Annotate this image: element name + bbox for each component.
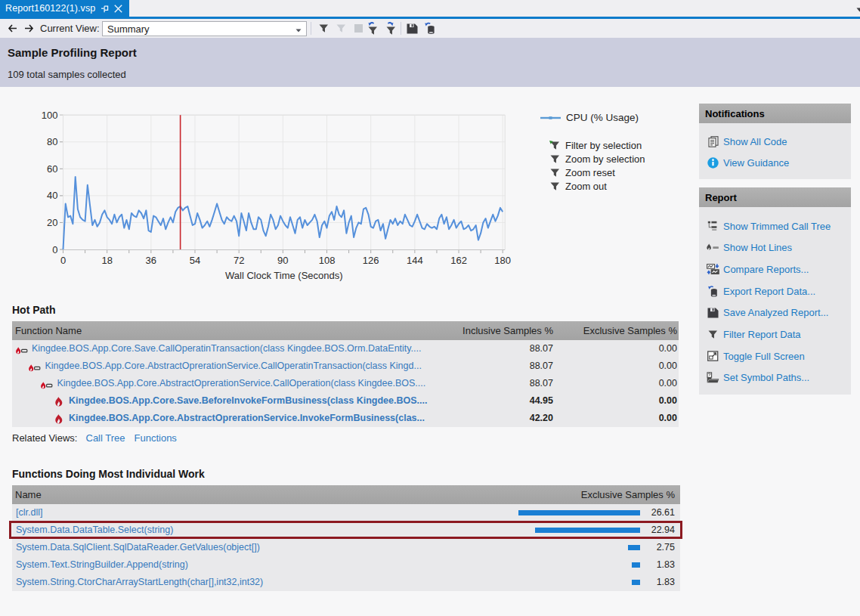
related-link-call-tree[interactable]: Call Tree	[86, 432, 125, 444]
back-button[interactable]	[6, 19, 20, 38]
function-link[interactable]: Kingdee.BOS.App.Core.AbstractOprerationS…	[69, 410, 425, 427]
hot-lines-icon	[707, 243, 719, 252]
cpu-usage-chart[interactable]: 02040608010001836547290108126144162180Wa…	[0, 87, 529, 299]
zoom-by-selection-icon	[549, 155, 561, 163]
chart-tool-zoom-out[interactable]: Zoom out	[549, 179, 645, 193]
export-data-button[interactable]	[421, 19, 438, 38]
exclusive-samples-value: 22.94	[630, 522, 675, 539]
x-tick-label-36: 36	[146, 255, 156, 266]
pin-icon[interactable]	[101, 4, 109, 14]
report-subtitle: 109 total samples collected	[8, 69, 126, 80]
panel-link-save-analyzed-report[interactable]: Save Analyzed Report...	[707, 305, 828, 320]
function-link[interactable]: Kingdee.BOS.App.Core.AbstractOprerationS…	[57, 375, 426, 392]
functions-title: Functions Doing Most Individual Work	[12, 468, 205, 480]
panel-link-show-trimmed-call-tree[interactable]: Show Trimmed Call Tree	[707, 218, 831, 234]
function-row: System.Data.SqlClient.SqlDataReader.GetV…	[12, 539, 680, 556]
functions-table-body: [clr.dll]26.61System.Data.DataTable.Sele…	[12, 504, 680, 591]
function-link[interactable]: System.Text.StringBuilder.Append(string)	[16, 556, 188, 574]
y-tick-label-60: 60	[47, 163, 57, 175]
select-caret-icon	[295, 22, 306, 36]
panel-link-filter-report-data[interactable]: Filter Report Data	[707, 327, 801, 342]
chart-tool-zoom-reset[interactable]: Zoom reset	[549, 166, 645, 179]
document-tab[interactable]: Report160122(1).vsp	[0, 0, 129, 17]
panel-link-view-guidance[interactable]: View Guidance	[707, 156, 789, 171]
hot-path-column-header[interactable]: Function Name	[15, 321, 82, 340]
samples-bar	[518, 510, 640, 515]
export-filter-button[interactable]	[381, 19, 398, 38]
function-link[interactable]: [clr.dll]	[16, 504, 42, 522]
panel-link-label: Show All Code	[723, 136, 787, 147]
functions-column-header[interactable]: Exclusive Samples %	[581, 485, 675, 504]
function-row: System.String.CtorCharArrayStartLength(c…	[12, 574, 680, 591]
chart-tool-label: Zoom out	[565, 181, 607, 192]
y-tick-label-40: 40	[47, 190, 57, 201]
chart-tool-label: Zoom reset	[565, 167, 615, 178]
hot-path-column-header[interactable]: Exclusive Samples %	[583, 321, 677, 340]
y-tick-label-20: 20	[47, 217, 57, 228]
hot-path-column-header[interactable]: Inclusive Samples %	[462, 321, 553, 340]
function-link[interactable]: System.Data.SqlClient.SqlDataReader.GetV…	[16, 539, 260, 556]
function-link[interactable]: Kingdee.BOS.App.Core.Save.CallOperatinTr…	[32, 340, 422, 358]
x-tick-label-90: 90	[277, 255, 288, 266]
close-tab-icon[interactable]	[114, 5, 122, 13]
panel-link-export-report-data[interactable]: Export Report Data...	[707, 283, 815, 299]
panel-header-title: Notifications	[699, 108, 765, 119]
x-tick-label-54: 54	[190, 255, 200, 266]
exclusive-samples-value: 1.83	[630, 556, 675, 574]
tab-title: Report160122(1).vsp	[0, 3, 95, 14]
funnel-icon	[707, 330, 719, 339]
current-view-select[interactable]: Summary	[102, 21, 307, 36]
panel-link-label: Set Symbol Paths...	[723, 372, 809, 383]
x-tick-label-180: 180	[494, 255, 511, 266]
function-link[interactable]: System.Data.DataTable.Select(string)	[16, 522, 173, 539]
functions-table-header: NameExclusive Samples %	[12, 485, 680, 504]
toolbar: Current View: Summary	[0, 19, 860, 38]
panel-link-toggle-full-screen[interactable]: Toggle Full Screen	[707, 348, 805, 364]
x-tick-label-108: 108	[319, 255, 336, 266]
chart-tool-zoom-by-selection[interactable]: Zoom by selection	[549, 152, 645, 166]
y-tick-label-0: 0	[52, 244, 57, 255]
panel-link-set-symbol-paths[interactable]: Set Symbol Paths...	[707, 370, 809, 385]
inclusive-samples-value: 88.07	[493, 375, 553, 392]
panel-link-compare-reports[interactable]: Compare Reports...	[707, 262, 809, 277]
y-tick-label-80: 80	[47, 136, 57, 147]
function-link[interactable]: System.String.CtorCharArrayStartLength(c…	[16, 574, 263, 591]
current-view-label: Current View:	[40, 19, 100, 38]
function-link[interactable]: Kingdee.BOS.App.Core.AbstractOprerationS…	[45, 358, 422, 375]
panel-body-notifications	[699, 123, 851, 179]
functions-column-header[interactable]: Name	[15, 485, 42, 504]
function-link[interactable]: Kingdee.BOS.App.Core.Save.BeforeInvokeFo…	[69, 392, 427, 410]
hot-path-arrow-icon	[16, 345, 28, 358]
clear-filter-button-disabled	[333, 19, 349, 38]
chart-tool-label: Filter by selection	[565, 140, 642, 151]
chart-legend: CPU (% Usage)	[540, 112, 639, 123]
flame-icon	[55, 413, 63, 427]
exclusive-samples-value: 0.00	[617, 358, 677, 375]
panel-header-report: Report	[699, 187, 851, 207]
panel-header-notifications: Notifications	[699, 104, 851, 123]
tab-list-caret-icon[interactable]	[856, 8, 860, 12]
panel-link-show-all-code[interactable]: Show All Code	[707, 135, 787, 150]
forward-button[interactable]	[22, 19, 36, 38]
chart-tool-filter-by-selection[interactable]: Filter by selection	[549, 138, 645, 152]
save-report-button[interactable]	[404, 19, 420, 38]
exclusive-samples-value: 0.00	[617, 392, 677, 410]
chart-tools: Filter by selectionZoom by selectionZoom…	[549, 138, 645, 193]
exclusive-samples-value: 0.00	[617, 410, 677, 427]
x-axis-title: Wall Clock Time (Seconds)	[225, 270, 343, 281]
inclusive-samples-value: 88.07	[493, 340, 553, 358]
related-link-functions[interactable]: Functions	[135, 432, 177, 444]
report-header-band: Sample Profiling Report 109 total sample…	[0, 38, 860, 87]
hot-path-row: Kingdee.BOS.App.Core.Save.BeforeInvokeFo…	[12, 392, 679, 410]
hot-path-arrow-icon	[29, 362, 41, 376]
filter-button[interactable]	[316, 19, 332, 38]
panel-header-title: Report	[699, 192, 737, 203]
function-row: System.Text.StringBuilder.Append(string)…	[12, 556, 680, 574]
exclusive-samples-value: 1.83	[630, 574, 675, 591]
panel-link-show-hot-lines[interactable]: Show Hot Lines	[707, 240, 792, 255]
function-row: System.Data.DataTable.Select(string)22.9…	[12, 522, 680, 539]
import-filter-button[interactable]	[363, 19, 380, 38]
panel-link-label: Show Trimmed Call Tree	[723, 221, 831, 232]
compare-reports-icon	[707, 263, 719, 275]
inclusive-samples-value: 42.20	[493, 410, 553, 427]
